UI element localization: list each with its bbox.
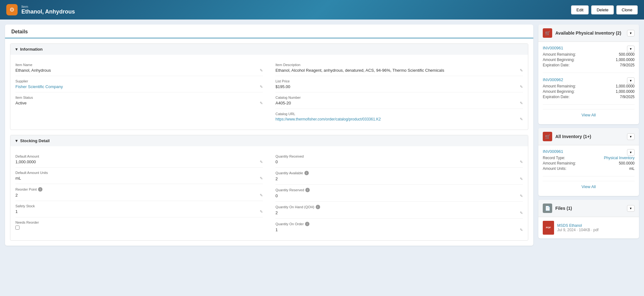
catalog-url-value-row: https://www.thermofisher.com/order/catal… (275, 117, 523, 121)
information-section: ▾ Information Item Name Ethanol, Anhydro… (10, 43, 528, 130)
clone-button[interactable]: Clone (616, 5, 638, 14)
delete-button[interactable]: Delete (591, 5, 614, 14)
all-inv-amount-units: Amount Units: mL (543, 166, 635, 171)
all-inventory-view-all: View All (543, 181, 635, 192)
safety-stock-edit-icon[interactable]: ✎ (260, 209, 263, 214)
item-status-value-row: Active ✎ (15, 101, 263, 105)
right-panel: 🛒 Available Physical Inventory (2) ▾ INV… (538, 25, 639, 238)
default-amount-edit-icon[interactable]: ✎ (260, 160, 263, 164)
needs-reorder-checkbox-wrap (15, 226, 19, 230)
item-name-heading: Ethanol, Anhydrous (21, 8, 75, 15)
qty-reserved-info-icon[interactable]: i (305, 188, 310, 192)
edit-button[interactable]: Edit (571, 5, 589, 14)
inv-entry-1-expiration: Expiration Date: 7/9/2025 (543, 63, 635, 67)
left-col: Item Name Ethanol, Anhydrous ✎ Supplier … (15, 60, 263, 125)
available-inventory-body: INV000961 ▾ Amount Remaining: 500.0000 A… (538, 42, 639, 124)
item-name-field: Item Name Ethanol, Anhydrous ✎ (15, 60, 263, 76)
item-name-value: Ethanol, Anhydrous (15, 68, 51, 73)
catalog-url-edit-icon[interactable]: ✎ (520, 117, 523, 121)
inv-entry-2-link[interactable]: INV000962 (543, 77, 635, 82)
item-desc-edit-icon[interactable]: ✎ (520, 68, 523, 73)
item-status-label: Item Status (15, 96, 263, 99)
supplier-edit-icon[interactable]: ✎ (260, 85, 263, 89)
default-amount-value: 1,000.0000 (15, 159, 36, 164)
qty-on-order-edit-icon[interactable]: ✎ (520, 228, 523, 232)
all-inv-entry-1-link[interactable]: INV000961 (543, 149, 635, 154)
needs-reorder-field: Needs Reorder (15, 217, 263, 233)
qty-available-info-icon[interactable]: i (304, 171, 309, 175)
list-price-field: List Price $195.00 ✎ (275, 76, 523, 92)
qty-received-label: Quantity Received (275, 154, 523, 158)
supplier-label: Supplier (15, 79, 263, 83)
item-name-label: Item Name (15, 63, 263, 67)
qty-on-hand-value-row: 2 ✎ (275, 210, 523, 215)
stocking-body: Default Amount 1,000.0000 ✎ Default Amou… (10, 146, 528, 240)
catalog-url-link[interactable]: https://www.thermofisher.com/order/catal… (275, 117, 381, 121)
reorder-point-info-icon[interactable]: i (38, 187, 42, 192)
all-inventory-header: 🛒 All Inventory (1+) ▾ (538, 128, 639, 145)
available-inventory-dropdown-btn[interactable]: ▾ (627, 30, 635, 36)
qty-on-hand-value: 2 (275, 210, 278, 215)
qty-available-edit-icon[interactable]: ✎ (520, 177, 523, 181)
qty-on-order-info-icon[interactable]: i (305, 222, 309, 226)
catalog-number-field: Catalog Number A405-20 ✎ (275, 92, 523, 109)
stocking-section-header[interactable]: ▾ Stocking Detail (10, 135, 528, 146)
inv-entry-1-amount-beginning: Amount Beginning: 1,000.0000 (543, 58, 635, 62)
files-card: 📄 Files (1) ▾ PDF MSDS Ethanol Jul 9, 20… (538, 200, 639, 238)
item-name-edit-icon[interactable]: ✎ (260, 68, 263, 73)
reorder-point-value: 2 (15, 193, 18, 198)
default-amount-units-value: mL (15, 176, 21, 181)
qty-on-hand-field: Quantity On Hand (QOH) i 2 ✎ (275, 202, 523, 219)
needs-reorder-checkbox[interactable] (15, 226, 19, 230)
qty-on-hand-info-icon[interactable]: i (316, 205, 320, 209)
left-panel: Details ▾ Information Item Name (5, 25, 533, 246)
list-price-label: List Price (275, 79, 523, 83)
details-tab[interactable]: Details (11, 29, 527, 38)
qty-received-value: 0 (275, 159, 278, 164)
main-layout: Details ▾ Information Item Name (0, 20, 644, 251)
item-label: Item (21, 5, 75, 8)
inv-entry-2-amount-remaining: Amount Remaining: 1,000.0000 (543, 84, 635, 88)
files-body: PDF MSDS Ethanol Jul 9, 2024 · 104KB · p… (538, 217, 639, 238)
reorder-point-field: Reorder Point i 2 ✎ (15, 184, 263, 201)
information-fields: Item Name Ethanol, Anhydrous ✎ Supplier … (15, 60, 523, 125)
item-status-edit-icon[interactable]: ✎ (260, 101, 263, 105)
all-inventory-title: All Inventory (1+) (555, 134, 591, 139)
qty-available-field: Quantity Available i 2 ✎ (275, 168, 523, 185)
all-inventory-dropdown-btn[interactable]: ▾ (627, 133, 635, 140)
inv-entry-1-link[interactable]: INV000961 (543, 46, 635, 50)
qty-reserved-edit-icon[interactable]: ✎ (520, 194, 523, 198)
file-info: MSDS Ethanol Jul 9, 2024 · 104KB · pdf (557, 223, 598, 232)
list-price-edit-icon[interactable]: ✎ (520, 85, 523, 89)
qty-received-value-row: 0 ✎ (275, 159, 523, 164)
catalog-number-edit-icon[interactable]: ✎ (520, 101, 523, 105)
all-inventory-view-all-link[interactable]: View All (581, 184, 596, 189)
safety-stock-value-row: 1 ✎ (15, 209, 263, 214)
file-name[interactable]: MSDS Ethanol (557, 223, 598, 228)
files-icon: 📄 (543, 204, 552, 213)
available-inventory-title: Available Physical Inventory (2) (555, 31, 621, 36)
available-inventory-view-all-link[interactable]: View All (581, 113, 596, 117)
safety-stock-value: 1 (15, 209, 18, 214)
inv-entry-2-expiration: Expiration Date: 7/9/2025 (543, 95, 635, 99)
default-amount-units-edit-icon[interactable]: ✎ (260, 176, 263, 181)
stocking-left-col: Default Amount 1,000.0000 ✎ Default Amou… (15, 151, 263, 235)
information-section-header[interactable]: ▾ Information (10, 44, 528, 55)
qty-on-hand-edit-icon[interactable]: ✎ (520, 211, 523, 215)
files-dropdown-btn[interactable]: ▾ (627, 205, 635, 212)
item-desc-field: Item Description Ethanol, Alcohol Reagen… (275, 60, 523, 76)
all-inventory-card: 🛒 All Inventory (1+) ▾ INV000961 ▾ Recor… (538, 128, 639, 196)
default-amount-units-value-row: mL ✎ (15, 176, 263, 181)
files-header: 📄 Files (1) ▾ (538, 200, 639, 217)
reorder-point-edit-icon[interactable]: ✎ (260, 193, 263, 198)
stocking-collapse-icon: ▾ (15, 138, 18, 143)
inv-entry-2-dropdown-btn[interactable]: ▾ (627, 77, 635, 84)
all-inventory-body: INV000961 ▾ Record Type: Physical Invent… (538, 145, 639, 196)
topbar: ⚙ Item Ethanol, Anhydrous Edit Delete Cl… (0, 0, 644, 20)
information-body: Item Name Ethanol, Anhydrous ✎ Supplier … (10, 55, 528, 130)
all-inv-entry-1-dropdown-btn[interactable]: ▾ (627, 149, 635, 156)
supplier-link[interactable]: Fisher Scientific Company (15, 84, 63, 89)
qty-received-edit-icon[interactable]: ✎ (520, 160, 523, 164)
available-inventory-card: 🛒 Available Physical Inventory (2) ▾ INV… (538, 25, 639, 124)
inv-entry-1-dropdown-btn[interactable]: ▾ (627, 46, 635, 52)
